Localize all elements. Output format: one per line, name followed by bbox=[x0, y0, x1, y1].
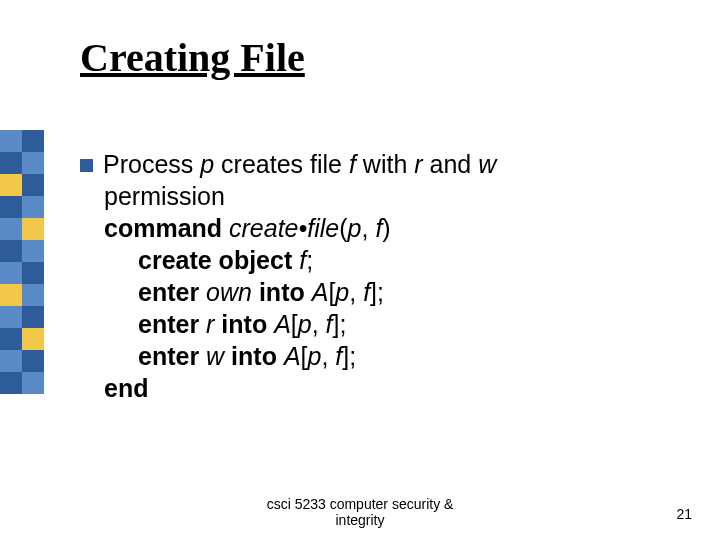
text: command bbox=[104, 214, 229, 242]
slide-title: Creating File bbox=[80, 34, 305, 81]
text: end bbox=[104, 374, 148, 402]
text: , bbox=[321, 342, 335, 370]
text: permission bbox=[104, 182, 225, 210]
text: , bbox=[361, 214, 375, 242]
text: r bbox=[414, 150, 422, 178]
text: p bbox=[335, 278, 349, 306]
text: p bbox=[200, 150, 214, 178]
text: create•file bbox=[229, 214, 339, 242]
slide-footer: csci 5233 computer security & integrity bbox=[0, 496, 720, 528]
text: p bbox=[308, 342, 322, 370]
text: with bbox=[356, 150, 414, 178]
text: f bbox=[326, 310, 333, 338]
text: own bbox=[206, 278, 252, 306]
bullet-icon bbox=[80, 159, 93, 172]
text: f bbox=[349, 150, 356, 178]
text: and bbox=[423, 150, 479, 178]
text: ]; bbox=[342, 342, 356, 370]
text: , bbox=[349, 278, 363, 306]
text: , bbox=[312, 310, 326, 338]
text: ( bbox=[339, 214, 347, 242]
text: A bbox=[284, 342, 301, 370]
footer-line: csci 5233 computer security & bbox=[267, 496, 454, 512]
text: into bbox=[214, 310, 274, 338]
text: Process bbox=[103, 150, 200, 178]
text: enter bbox=[138, 310, 206, 338]
text: enter bbox=[138, 278, 206, 306]
text: [ bbox=[301, 342, 308, 370]
text: [ bbox=[291, 310, 298, 338]
text: into bbox=[252, 278, 312, 306]
text: ) bbox=[382, 214, 390, 242]
text: create object bbox=[138, 246, 299, 274]
page-number: 21 bbox=[676, 506, 692, 522]
text: p bbox=[298, 310, 312, 338]
text: w bbox=[206, 342, 224, 370]
decorative-sidebar bbox=[0, 130, 44, 394]
text: ]; bbox=[370, 278, 384, 306]
text: enter bbox=[138, 342, 206, 370]
text: ]; bbox=[333, 310, 347, 338]
footer-line: integrity bbox=[335, 512, 384, 528]
text: creates file bbox=[214, 150, 349, 178]
text: p bbox=[348, 214, 362, 242]
text: A bbox=[312, 278, 329, 306]
slide-body: Process p creates file f with r and w pe… bbox=[80, 148, 660, 404]
text: ; bbox=[306, 246, 313, 274]
text: w bbox=[478, 150, 496, 178]
text: into bbox=[224, 342, 284, 370]
text: A bbox=[274, 310, 291, 338]
